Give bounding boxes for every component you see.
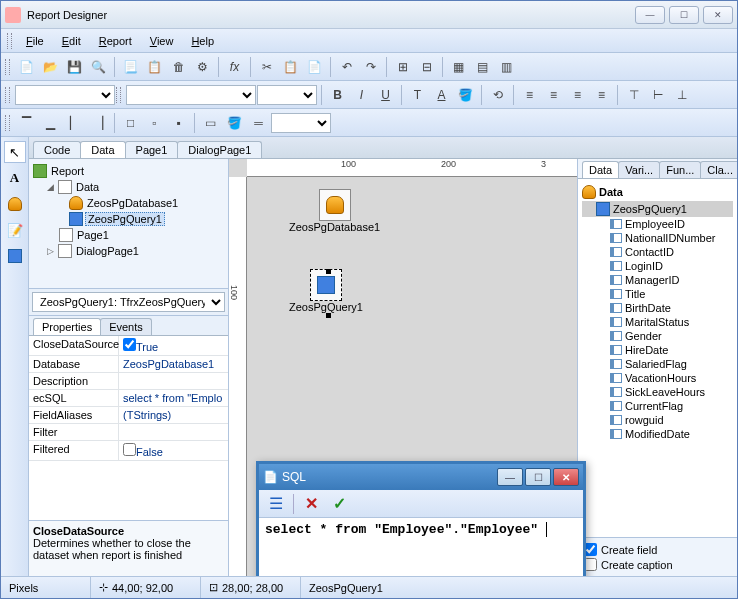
property-value[interactable]: True <box>119 336 228 355</box>
align-justify-icon[interactable]: ≡ <box>590 83 613 106</box>
save-icon[interactable]: 💾 <box>63 55 86 78</box>
property-value[interactable]: ZeosPgDatabase1 <box>119 356 228 372</box>
frame-top-icon[interactable]: ▔ <box>15 111 38 134</box>
tree-node-page1[interactable]: Page1 <box>33 227 224 243</box>
titlebar[interactable]: Report Designer — ☐ ✕ <box>1 1 737 29</box>
frame-left-icon[interactable]: ▏ <box>63 111 86 134</box>
ungroup-icon[interactable]: ⊟ <box>415 55 438 78</box>
fontcolor-icon[interactable]: T <box>406 83 429 106</box>
rotate-icon[interactable]: ⟲ <box>486 83 509 106</box>
data-field[interactable]: Gender <box>582 329 733 343</box>
property-row[interactable]: DatabaseZeosPgDatabase1 <box>29 356 228 373</box>
fitgrid-icon[interactable]: ▥ <box>495 55 518 78</box>
align-left-icon[interactable]: ≡ <box>518 83 541 106</box>
toolbar-grip[interactable] <box>5 115 10 131</box>
property-row[interactable]: Filter <box>29 424 228 441</box>
style-combo[interactable] <box>15 85 115 105</box>
toolbar-grip[interactable] <box>116 87 121 103</box>
report-tree[interactable]: Report ◢Data ZeosPgDatabase1 ZeosPgQuery… <box>29 159 228 289</box>
property-checkbox[interactable] <box>123 338 136 351</box>
frame-edit-icon[interactable]: ▭ <box>199 111 222 134</box>
data-field[interactable]: EmployeeID <box>582 217 733 231</box>
tab-dialogpage1[interactable]: DialogPage1 <box>177 141 262 158</box>
open-icon[interactable]: 📂 <box>39 55 62 78</box>
menu-file[interactable]: File <box>18 32 52 50</box>
align-center-icon[interactable]: ≡ <box>542 83 565 106</box>
sql-titlebar[interactable]: 📄SQL — ☐ ✕ <box>259 464 583 490</box>
db-tool-icon[interactable] <box>4 193 26 215</box>
tab-variables[interactable]: Vari... <box>618 161 660 178</box>
data-field[interactable]: MaritalStatus <box>582 315 733 329</box>
fontsize-combo[interactable] <box>257 85 317 105</box>
italic-icon[interactable]: I <box>350 83 373 106</box>
canvas-object-query[interactable]: ZeosPgQuery1 <box>289 269 363 313</box>
check-create-caption[interactable]: Create caption <box>584 557 731 572</box>
tab-data-right[interactable]: Data <box>582 161 619 178</box>
data-field[interactable]: HireDate <box>582 343 733 357</box>
ok-icon[interactable]: ✓ <box>328 493 350 515</box>
toolbar-grip[interactable] <box>5 87 10 103</box>
newpage-icon[interactable]: 📃 <box>119 55 142 78</box>
object-combo[interactable]: ZeosPgQuery1: TfrxZeosPgQuery <box>32 292 225 312</box>
data-tree-query[interactable]: ZeosPgQuery1 <box>582 201 733 217</box>
sql-editor[interactable]: select * from "Employee"."Employee" <box>259 518 583 576</box>
data-tree-root[interactable]: Data <box>582 183 733 201</box>
toolbar-grip[interactable] <box>5 59 10 75</box>
data-field[interactable]: Title <box>582 287 733 301</box>
menu-report[interactable]: Report <box>91 32 140 50</box>
tab-functions[interactable]: Fun... <box>659 161 701 178</box>
query-tool-icon[interactable] <box>4 245 26 267</box>
property-value[interactable]: select * from "Emplo <box>119 390 228 406</box>
minimize-button[interactable]: — <box>635 6 665 24</box>
text-tool-icon[interactable]: A <box>4 167 26 189</box>
property-row[interactable]: FilteredFalse <box>29 441 228 461</box>
pagesettings-icon[interactable]: ⚙ <box>191 55 214 78</box>
data-field[interactable]: rowguid <box>582 413 733 427</box>
newdialog-icon[interactable]: 📋 <box>143 55 166 78</box>
aligngrid-icon[interactable]: ▤ <box>471 55 494 78</box>
fillcolor-icon[interactable]: 🪣 <box>454 83 477 106</box>
frame-style-icon[interactable]: ═ <box>247 111 270 134</box>
close-button[interactable]: ✕ <box>703 6 733 24</box>
menu-grip[interactable] <box>7 33 12 49</box>
tab-classes[interactable]: Cla... <box>700 161 737 178</box>
frame-width-combo[interactable] <box>271 113 331 133</box>
property-row[interactable]: FieldAliases(TStrings) <box>29 407 228 424</box>
data-field[interactable]: SickLeaveHours <box>582 385 733 399</box>
check-create-field[interactable]: Create field <box>584 542 731 557</box>
property-value[interactable]: False <box>119 441 228 460</box>
menu-edit[interactable]: Edit <box>54 32 89 50</box>
undo-icon[interactable]: ↶ <box>335 55 358 78</box>
copy-icon[interactable]: 📋 <box>279 55 302 78</box>
frame-color-icon[interactable]: 🪣 <box>223 111 246 134</box>
select-tool-icon[interactable]: ↖ <box>4 141 26 163</box>
highlight-icon[interactable]: A <box>430 83 453 106</box>
collapse-icon[interactable]: ◢ <box>45 182 56 192</box>
tree-node-report[interactable]: Report <box>33 163 224 179</box>
frame-right-icon[interactable]: ▕ <box>87 111 110 134</box>
sql-window[interactable]: 📄SQL — ☐ ✕ ☰ ✕ ✓ select * from "Employee… <box>256 461 586 576</box>
preview-icon[interactable]: 🔍 <box>87 55 110 78</box>
data-field[interactable]: ManagerID <box>582 273 733 287</box>
sql-maximize-button[interactable]: ☐ <box>525 468 551 486</box>
property-value[interactable] <box>119 424 228 440</box>
align-right-icon[interactable]: ≡ <box>566 83 589 106</box>
underline-icon[interactable]: U <box>374 83 397 106</box>
property-value[interactable]: (TStrings) <box>119 407 228 423</box>
cancel-icon[interactable]: ✕ <box>300 493 322 515</box>
data-tree[interactable]: Data ZeosPgQuery1 EmployeeIDNationalIDNu… <box>578 179 737 537</box>
frame-bottom-icon[interactable]: ▁ <box>39 111 62 134</box>
sql-close-button[interactable]: ✕ <box>553 468 579 486</box>
cut-icon[interactable]: ✂ <box>255 55 278 78</box>
tab-page1[interactable]: Page1 <box>125 141 179 158</box>
valign-middle-icon[interactable]: ⊢ <box>646 83 669 106</box>
variables-icon[interactable]: fx <box>223 55 246 78</box>
group-icon[interactable]: ⊞ <box>391 55 414 78</box>
text1-tool-icon[interactable]: 📝 <box>4 219 26 241</box>
deletepage-icon[interactable]: 🗑 <box>167 55 190 78</box>
maximize-button[interactable]: ☐ <box>669 6 699 24</box>
tab-data[interactable]: Data <box>80 141 125 158</box>
data-field[interactable]: LoginID <box>582 259 733 273</box>
tab-code[interactable]: Code <box>33 141 81 158</box>
property-row[interactable]: CloseDataSourceTrue <box>29 336 228 356</box>
